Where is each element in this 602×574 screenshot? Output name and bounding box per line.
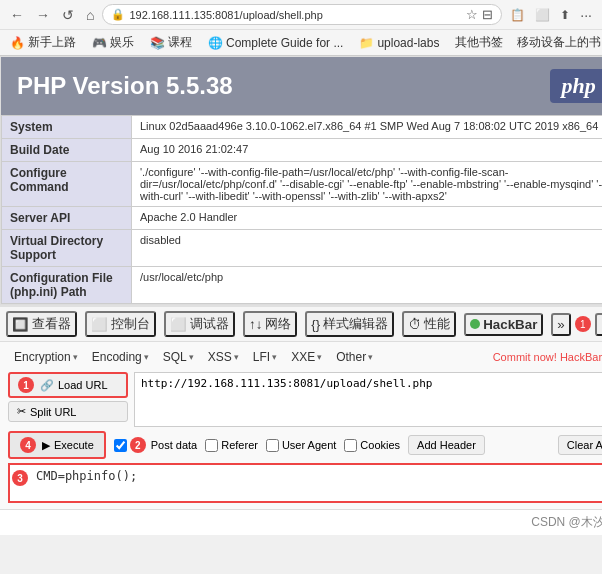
encoding-chevron-icon: ▾ xyxy=(144,352,149,362)
sidebar-button[interactable]: 📋 xyxy=(506,5,529,25)
load-url-button[interactable]: 1 🔗 Load URL xyxy=(8,372,128,398)
bookmark-star-icon[interactable]: ☆ xyxy=(466,7,478,22)
hackbar-menu-other[interactable]: Other ▾ xyxy=(330,348,379,366)
forward-button[interactable]: → xyxy=(32,5,54,25)
hackbar-commit: Commit now! HackBar v2 xyxy=(493,351,602,363)
execute-button[interactable]: 4 ▶ Execute xyxy=(8,431,106,459)
bookmark-guide[interactable]: 🌐 Complete Guide for ... xyxy=(204,35,347,51)
cmd-area[interactable]: 3 xyxy=(8,463,602,503)
user-agent-checkbox-label[interactable]: User Agent xyxy=(266,439,336,452)
address-text: 192.168.111.135:8081/upload/shell.php xyxy=(129,9,462,21)
table-row: Server API Apache 2.0 Handler xyxy=(2,207,603,230)
split-url-button[interactable]: ✂ Split URL xyxy=(8,401,128,422)
devtools-right: » 1 ☰ xyxy=(551,313,602,336)
hackbar-panel: Encryption ▾ Encoding ▾ SQL ▾ XSS ▾ LFI xyxy=(0,342,602,510)
url-input[interactable] xyxy=(135,373,602,423)
referer-checkbox-label[interactable]: Referer xyxy=(205,439,258,452)
page-main: PHP Version 5.5.38 php System Linux 02d5… xyxy=(0,56,602,535)
share-button[interactable]: ⬆ xyxy=(556,5,574,25)
collections-button[interactable]: ⬜ xyxy=(531,5,554,25)
reader-icon[interactable]: ⊟ xyxy=(482,7,493,22)
table-value: Aug 10 2016 21:02:47 xyxy=(132,139,603,162)
more-button[interactable]: ··· xyxy=(576,5,596,25)
execute-row: 4 ▶ Execute 2 Post data Referer User Age… xyxy=(8,431,602,459)
add-header-label: Add Header xyxy=(417,439,476,451)
devtools-inspector[interactable]: 🔲 查看器 xyxy=(6,311,77,337)
post-data-checkbox[interactable] xyxy=(114,439,127,452)
cookies-checkbox[interactable] xyxy=(344,439,357,452)
bookmark-other[interactable]: 其他书签 xyxy=(451,33,507,52)
hackbar-menu-xxe[interactable]: XXE ▾ xyxy=(285,348,328,366)
bookmark-icon-kecheng: 📚 xyxy=(150,36,165,50)
address-bar[interactable]: 🔒 192.168.111.135:8081/upload/shell.php … xyxy=(102,4,502,25)
table-label: Configuration File (php.ini) Path xyxy=(2,267,132,304)
bookmarks-bar: 🔥 新手上路 🎮 娱乐 📚 课程 🌐 Complete Guide for ..… xyxy=(0,29,602,55)
php-header: PHP Version 5.5.38 php xyxy=(1,57,602,115)
nav-bar: ← → ↺ ⌂ 🔒 192.168.111.135:8081/upload/sh… xyxy=(0,0,602,29)
devtools-menu-button[interactable]: ☰ xyxy=(595,313,602,336)
php-logo-text: php xyxy=(562,73,596,98)
watermark-text: CSDN @木汐染 xyxy=(531,515,602,529)
table-value: './configure' '--with-config-file-path=/… xyxy=(132,162,603,207)
cmd-input[interactable] xyxy=(32,467,602,499)
devtools-console[interactable]: ⬜ 控制台 xyxy=(85,311,156,337)
table-value: /usr/local/etc/php xyxy=(132,267,603,304)
url-input-wrap[interactable] xyxy=(134,372,602,427)
bookmark-label-other: 其他书签 xyxy=(455,34,503,51)
table-value: Linux 02d5aaad496e 3.10.0-1062.el7.x86_6… xyxy=(132,116,603,139)
devtools-style-editor[interactable]: {} 样式编辑器 xyxy=(305,311,394,337)
console-label: 控制台 xyxy=(111,315,150,333)
table-label: Build Date xyxy=(2,139,132,162)
devtools-more-button[interactable]: » xyxy=(551,313,570,336)
devtools-network[interactable]: ↑↓ 网络 xyxy=(243,311,297,337)
split-url-icon: ✂ xyxy=(17,405,26,418)
php-logo: php xyxy=(550,69,603,103)
table-label: Server API xyxy=(2,207,132,230)
browser-chrome: ← → ↺ ⌂ 🔒 192.168.111.135:8081/upload/sh… xyxy=(0,0,602,56)
bookmark-icon-yule: 🎮 xyxy=(92,36,107,50)
hackbar-menu-xss[interactable]: XSS ▾ xyxy=(202,348,245,366)
clear-all-button[interactable]: Clear All xyxy=(558,435,602,455)
user-agent-checkbox[interactable] xyxy=(266,439,279,452)
bookmark-mobile[interactable]: 移动设备上的书 xyxy=(513,33,602,52)
inspector-label: 查看器 xyxy=(32,315,71,333)
split-url-label: Split URL xyxy=(30,406,76,418)
hackbar-menu-lfi[interactable]: LFI ▾ xyxy=(247,348,283,366)
load-url-icon: 🔗 xyxy=(40,379,54,392)
bookmark-icon-uploadlabs: 📁 xyxy=(359,36,374,50)
back-button[interactable]: ← xyxy=(6,5,28,25)
cookies-checkbox-label[interactable]: Cookies xyxy=(344,439,400,452)
bookmark-xinshoulv[interactable]: 🔥 新手上路 xyxy=(6,33,80,52)
bookmark-yule[interactable]: 🎮 娱乐 xyxy=(88,33,138,52)
reload-button[interactable]: ↺ xyxy=(58,5,78,25)
table-row: Virtual Directory Support disabled xyxy=(2,230,603,267)
hackbar-menu-encryption[interactable]: Encryption ▾ xyxy=(8,348,84,366)
execute-icon: ▶ xyxy=(42,439,50,452)
table-label: System xyxy=(2,116,132,139)
bookmark-uploadlabs[interactable]: 📁 upload-labs xyxy=(355,35,443,51)
hackbar-menu-sql[interactable]: SQL ▾ xyxy=(157,348,200,366)
table-value: disabled xyxy=(132,230,603,267)
referer-checkbox[interactable] xyxy=(205,439,218,452)
execute-label: Execute xyxy=(54,439,94,451)
bookmark-label-guide: Complete Guide for ... xyxy=(226,36,343,50)
url-left-buttons: 1 🔗 Load URL ✂ Split URL xyxy=(8,372,128,427)
bookmark-icon-guide: 🌐 xyxy=(208,36,223,50)
table-label: Virtual Directory Support xyxy=(2,230,132,267)
devtools-debugger[interactable]: ⬜ 调试器 xyxy=(164,311,235,337)
home-button[interactable]: ⌂ xyxy=(82,5,98,25)
load-url-label: Load URL xyxy=(58,379,108,391)
page-area: PHP Version 5.5.38 php System Linux 02d5… xyxy=(0,56,602,535)
bookmark-kecheng[interactable]: 📚 课程 xyxy=(146,33,196,52)
devtools-hackbar[interactable]: HackBar xyxy=(464,313,543,336)
user-agent-label: User Agent xyxy=(282,439,336,451)
post-data-checkbox-label[interactable]: 2 Post data xyxy=(114,437,197,453)
add-header-button[interactable]: Add Header xyxy=(408,435,485,455)
hackbar-tab-label: HackBar xyxy=(483,317,537,332)
hackbar-menu-encoding[interactable]: Encoding ▾ xyxy=(86,348,155,366)
hackbar-other-label: Other xyxy=(336,350,366,364)
php-info-table: System Linux 02d5aaad496e 3.10.0-1062.el… xyxy=(1,115,602,304)
devtools-performance[interactable]: ⏱ 性能 xyxy=(402,311,456,337)
hackbar-encryption-label: Encryption xyxy=(14,350,71,364)
bookmark-label-xinshoulv: 新手上路 xyxy=(28,34,76,51)
